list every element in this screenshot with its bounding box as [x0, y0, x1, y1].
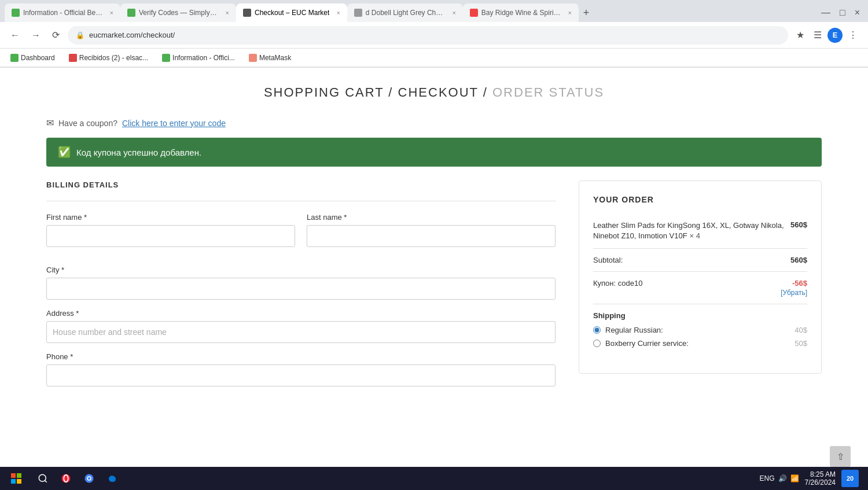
order-item-price: 560$	[790, 220, 807, 229]
shipping-boxberry-name: Boxberry Currier service:	[605, 339, 689, 348]
bookmark-information-label: Information - Offici...	[172, 54, 235, 62]
page-title: SHOPPING CART / CHECKOUT / ORDER STATUS	[46, 85, 822, 100]
tab-3-close[interactable]: ×	[336, 9, 340, 16]
order-panel-title: YOUR ORDER	[593, 195, 807, 204]
shipping-radio-boxberry[interactable]	[593, 340, 601, 347]
bookmark-recibidos-label: Recibidos (2) - elsac...	[79, 54, 148, 62]
taskbar-edge[interactable]	[102, 468, 123, 489]
tab-1-label: Information - Official Bethe...	[23, 9, 103, 17]
tab-5[interactable]: Bay Ridge Wine & Spirits, A... ×	[463, 3, 579, 22]
order-subtotal-value: 560$	[790, 256, 807, 264]
order-subtotal-label: Subtotal:	[593, 256, 623, 264]
divider-2: /	[479, 85, 492, 100]
order-item-qty: × 4	[689, 231, 700, 240]
coupon-icon: ✉	[46, 117, 54, 128]
coupon-text: Have a coupon?	[58, 119, 117, 128]
tab-1-close[interactable]: ×	[110, 9, 113, 16]
tab-5-label: Bay Ridge Wine & Spirits, A...	[481, 9, 561, 17]
shipping-boxberry-price: 50$	[795, 339, 807, 348]
nav-bar: ← → ⟳ 🔒 eucmarket.com/checkout/ ★ ☰ E ⋮	[0, 22, 868, 49]
tab-3[interactable]: Checkout – EUC Market ×	[236, 3, 347, 22]
name-row: First name * Last name *	[46, 213, 556, 256]
last-name-input[interactable]	[307, 225, 556, 247]
profile-icon[interactable]: E	[827, 28, 843, 43]
tab-4-label: d Dobell Light Grey Check Su...	[366, 9, 446, 17]
shipping-radio-regular[interactable]	[593, 326, 601, 334]
address-url: eucmarket.com/checkout/	[89, 31, 780, 39]
step-order-status: ORDER STATUS	[492, 85, 604, 100]
step-shopping-cart: SHOPPING CART	[264, 85, 384, 100]
phone-group: Phone *	[46, 352, 556, 386]
nav-icons: ★ ☰ E ⋮	[793, 27, 861, 43]
phone-input[interactable]	[46, 364, 556, 386]
reload-button[interactable]: ⟳	[49, 27, 63, 43]
tab-2-close[interactable]: ×	[226, 9, 229, 16]
tab-bar: Information - Official Bethe... × Verify…	[0, 0, 868, 22]
menu-button[interactable]: ⋮	[845, 27, 861, 43]
success-check-icon: ✅	[58, 146, 71, 159]
tab-3-label: Checkout – EUC Market	[255, 9, 329, 17]
new-tab-button[interactable]: +	[579, 8, 594, 18]
forward-button[interactable]: →	[28, 28, 44, 43]
tab-4-close[interactable]: ×	[452, 9, 455, 16]
taskbar-right: ENG 🔊 📶 8:25 AM 7/26/2024 20	[760, 470, 863, 487]
taskbar-chrome[interactable]	[79, 468, 100, 489]
address-bar[interactable]: 🔒 eucmarket.com/checkout/	[68, 26, 788, 45]
maximize-button[interactable]: □	[836, 8, 849, 18]
first-name-label: First name *	[46, 213, 295, 222]
lock-icon: 🔒	[76, 31, 84, 39]
svg-point-4	[39, 474, 46, 481]
coupon-discount-amount: -56$	[781, 279, 807, 288]
taskbar-sound-icon: 🔊	[778, 474, 787, 482]
coupon-link[interactable]: Click here to enter your code	[122, 119, 226, 128]
minimize-button[interactable]: —	[818, 8, 834, 18]
tab-4[interactable]: d Dobell Light Grey Check Su... ×	[347, 3, 463, 22]
bookmark-dashboard[interactable]: Dashboard	[7, 53, 58, 63]
taskbar-network-icon: 📶	[790, 474, 799, 482]
order-item-name: Leather Slim Pads for KingSong 16X, XL, …	[593, 221, 784, 240]
order-subtotal-row: Subtotal: 560$	[593, 249, 807, 272]
step-checkout: CHECKOUT	[398, 85, 479, 100]
phone-label: Phone *	[46, 352, 556, 361]
coupon-remove-link[interactable]: [Убрать]	[781, 289, 807, 297]
first-name-group: First name *	[46, 213, 295, 247]
first-name-input[interactable]	[46, 225, 295, 247]
address-label: Address *	[46, 309, 556, 318]
order-coupon-row: Купон: code10 -56$ [Убрать]	[593, 272, 807, 304]
taskbar-search[interactable]	[32, 468, 53, 489]
city-input[interactable]	[46, 278, 556, 300]
bookmark-dashboard-label: Dashboard	[21, 54, 55, 62]
divider-1: /	[384, 85, 398, 100]
taskbar-system-icons: ENG 🔊 📶	[760, 474, 799, 482]
tab-5-close[interactable]: ×	[568, 9, 571, 16]
bookmark-metamask[interactable]: MetaMask	[245, 53, 295, 63]
extensions-button[interactable]: ☰	[810, 27, 825, 43]
success-banner: ✅ Код купона успешно добавлен.	[46, 138, 822, 167]
city-group: City *	[46, 266, 556, 300]
bookmark-star-button[interactable]: ★	[793, 27, 808, 43]
page-content: SHOPPING CART / CHECKOUT / ORDER STATUS …	[0, 68, 868, 490]
order-shipping-section: Shipping Regular Russian: 40$ Boxberry C…	[593, 304, 807, 359]
tab-1[interactable]: Information - Official Bethe... ×	[5, 3, 120, 22]
bookmarks-bar: Dashboard Recibidos (2) - elsac... Infor…	[0, 49, 868, 67]
shipping-option-regular: Regular Russian: 40$	[593, 326, 807, 334]
last-name-label: Last name *	[307, 213, 556, 222]
order-coupon-value: -56$ [Убрать]	[781, 279, 807, 297]
checkout-layout: BILLING DETAILS First name * Last name *…	[46, 180, 822, 419]
order-item-row: Leather Slim Pads for KingSong 16X, XL, …	[593, 213, 807, 249]
page-header: SHOPPING CART / CHECKOUT / ORDER STATUS	[46, 68, 822, 112]
svg-rect-2	[11, 479, 16, 484]
bookmark-recibidos[interactable]: Recibidos (2) - elsac...	[65, 53, 152, 63]
scroll-top-button[interactable]: ⇧	[830, 446, 851, 467]
notification-center[interactable]: 20	[841, 470, 859, 487]
shipping-option-boxberry: Boxberry Currier service: 50$	[593, 339, 807, 348]
svg-line-5	[45, 480, 46, 482]
address-input[interactable]	[46, 321, 556, 343]
bookmark-information[interactable]: Information - Offici...	[159, 53, 238, 63]
start-button[interactable]	[5, 467, 28, 490]
close-window-button[interactable]: ×	[851, 8, 863, 18]
taskbar-opera[interactable]	[56, 468, 76, 489]
tab-2[interactable]: Verify Codes — SimplyCode... ×	[120, 3, 236, 22]
back-button[interactable]: ←	[7, 28, 23, 43]
coupon-section: ✉ Have a coupon? Click here to enter you…	[46, 112, 822, 138]
